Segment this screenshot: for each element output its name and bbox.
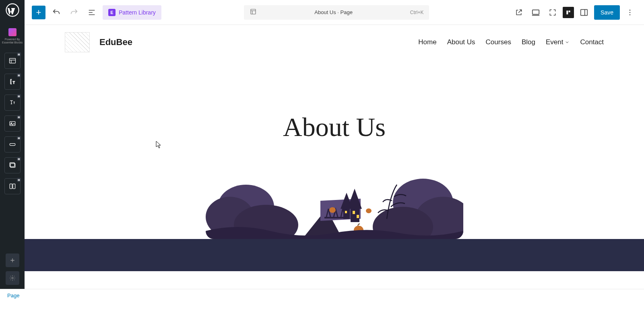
sidebar-settings[interactable] xyxy=(6,271,19,285)
svg-rect-32 xyxy=(324,217,347,218)
document-title-bar[interactable]: About Us · Page Ctrl+K xyxy=(244,5,429,20)
essential-blocks-icon xyxy=(8,28,17,36)
desktop-view-button[interactable] xyxy=(529,6,543,19)
plugin-panel-button[interactable] xyxy=(563,7,574,18)
sidebar-block-button[interactable]: ▦ xyxy=(4,136,21,152)
sidebar-add-block[interactable] xyxy=(6,253,19,267)
pattern-library-icon: E xyxy=(108,9,116,16)
sidebar-block-text[interactable]: ▦ xyxy=(4,95,21,111)
nav-item-courses[interactable]: Courses xyxy=(486,38,511,46)
hero-section: About Us xyxy=(25,60,644,142)
template-icon xyxy=(250,8,257,17)
svg-rect-5 xyxy=(10,143,15,145)
svg-point-34 xyxy=(329,207,336,213)
pattern-library-button[interactable]: E Pattern Library xyxy=(103,5,161,20)
save-button[interactable]: Save xyxy=(594,5,620,20)
add-block-button[interactable]: + xyxy=(32,6,45,19)
page-heading[interactable]: About Us xyxy=(25,112,644,142)
nav-item-contact[interactable]: Contact xyxy=(580,38,604,46)
svg-point-35 xyxy=(366,208,372,213)
pattern-library-label: Pattern Library xyxy=(119,9,156,16)
chevron-down-icon xyxy=(565,40,570,45)
svg-rect-31 xyxy=(345,211,347,213)
primary-navigation: Home About Us Courses Blog Event Contact xyxy=(418,38,604,46)
sidebar-block-gallery[interactable]: ▦ xyxy=(4,157,21,173)
svg-rect-11 xyxy=(251,9,256,14)
sidebar-block-templates[interactable]: ▦ xyxy=(4,53,21,69)
editor-canvas[interactable]: EduBee Home About Us Courses Blog Event … xyxy=(25,25,644,289)
svg-rect-8 xyxy=(10,184,12,189)
sidebar-block-columns[interactable]: ▦ xyxy=(4,178,21,194)
view-page-button[interactable] xyxy=(512,6,526,19)
redo-button[interactable] xyxy=(67,6,81,19)
hero-illustration[interactable] xyxy=(206,171,463,239)
svg-rect-12 xyxy=(533,10,539,14)
wordpress-sidebar: Powered By Essential Blocks ▦ ▦T ▦ ▦ ▦ ▦… xyxy=(0,0,25,289)
fullscreen-button[interactable] xyxy=(546,6,559,19)
editor-breadcrumb-bar: Page xyxy=(0,289,644,302)
svg-rect-14 xyxy=(569,10,570,12)
document-overview-button[interactable] xyxy=(85,6,99,19)
svg-rect-15 xyxy=(581,9,588,15)
settings-panel-button[interactable] xyxy=(577,6,591,19)
essential-blocks-brand: Powered By Essential Blocks xyxy=(2,28,23,45)
nav-item-home[interactable]: Home xyxy=(418,38,436,46)
svg-rect-9 xyxy=(12,184,15,189)
more-options-button[interactable] xyxy=(623,6,637,19)
document-title: About Us · Page xyxy=(257,9,410,15)
svg-point-10 xyxy=(12,277,13,279)
site-title[interactable]: EduBee xyxy=(99,37,132,47)
svg-point-4 xyxy=(11,123,12,124)
svg-rect-30 xyxy=(357,215,359,218)
svg-point-17 xyxy=(630,12,631,13)
site-header: EduBee Home About Us Courses Blog Event … xyxy=(25,25,644,60)
breadcrumb-page[interactable]: Page xyxy=(7,293,19,299)
svg-rect-1 xyxy=(9,58,15,63)
nav-item-event[interactable]: Event xyxy=(546,38,570,46)
svg-text:T: T xyxy=(12,80,14,84)
command-shortcut: Ctrl+K xyxy=(410,10,424,15)
svg-point-16 xyxy=(630,9,631,10)
undo-button[interactable] xyxy=(50,6,63,19)
nav-item-about[interactable]: About Us xyxy=(447,38,475,46)
wordpress-logo-icon[interactable] xyxy=(6,3,19,17)
essential-blocks-label: Essential Blocks xyxy=(2,41,23,44)
sidebar-block-media[interactable]: ▦ xyxy=(4,115,21,132)
dark-section[interactable] xyxy=(25,239,644,271)
svg-point-18 xyxy=(630,14,631,15)
site-logo-placeholder[interactable] xyxy=(65,32,90,52)
sidebar-block-heading[interactable]: ▦T xyxy=(4,74,21,90)
svg-rect-29 xyxy=(353,211,355,214)
editor-toolbar: + E Pattern Library About Us · Page Ctrl… xyxy=(25,0,644,25)
svg-rect-13 xyxy=(566,10,568,14)
powered-by-label: Powered By xyxy=(2,38,23,41)
nav-item-blog[interactable]: Blog xyxy=(522,38,535,46)
